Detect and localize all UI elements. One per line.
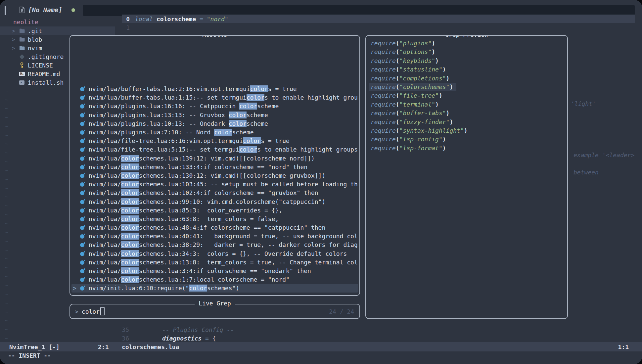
preview-line: require("lsp-format") (369, 144, 449, 153)
lua-file-icon (80, 113, 85, 117)
tree-item-label: .gitignore (28, 53, 64, 60)
result-row[interactable]: nvim/lua/plugins.lua:16:16: -- Catppucci… (71, 102, 358, 111)
result-row[interactable]: nvim/lua/colorschemes.lua:130:12: vim.cm… (71, 171, 358, 180)
neovim-window: [No Name] 0 local colorscheme = "nord" 1… (0, 0, 642, 364)
result-row[interactable]: >nvim/init.lua:6:10:require("colorscheme… (71, 284, 358, 293)
result-row[interactable]: nvim/lua/colorschemes.lua:13:8: term_col… (71, 258, 358, 266)
match-highlight: color (121, 259, 139, 266)
folder-icon (18, 46, 26, 50)
code-text: local colorscheme = "nord" (135, 16, 228, 23)
results-panel: Results nvim/lua/buffer-tabs.lua:2:16:vi… (69, 35, 360, 296)
statusbar-buffer-name: NvimTree_1 [-] (9, 343, 60, 350)
preview-line: require("lsp-config") (369, 135, 449, 144)
line-number: 1 (122, 24, 130, 31)
line-number: 35 (109, 326, 129, 333)
match-highlight: color (121, 250, 139, 257)
lua-file-icon (80, 190, 85, 195)
match-highlight: color (121, 181, 139, 188)
result-row[interactable]: nvim/lua/plugins.lua:13:13: -- Gruvbox c… (71, 111, 358, 119)
result-row[interactable]: nvim/lua/colorschemes.lua:102:4:if color… (71, 189, 358, 197)
mode-indicator: -- INSERT -- (8, 352, 51, 359)
tree-item-label: nvim (28, 45, 42, 52)
lua-file-icon (80, 268, 85, 273)
preview-line: require("completions") (369, 74, 453, 83)
text-cursor (100, 307, 105, 315)
background-buffer-text: between (573, 169, 599, 176)
lua-file-icon (80, 234, 85, 239)
background-code-line: 35-- Plugins Config -- (0, 325, 642, 334)
result-row[interactable]: nvim/lua/colorschemes.lua:40:41: backgro… (71, 232, 358, 241)
lua-file-icon (80, 86, 85, 91)
terminal-icon: >_ (18, 80, 26, 85)
result-row[interactable]: nvim/lua/colorschemes.lua:38:29: darker … (71, 241, 358, 249)
key-icon (18, 62, 26, 68)
result-row[interactable]: nvim/lua/buffer-tabs.lua:2:16:vim.opt.te… (71, 85, 358, 93)
preview-line: require("statusline") (369, 65, 449, 74)
match-highlight: color (229, 112, 247, 118)
code-text: diagnostics = { (162, 335, 216, 342)
result-row[interactable]: nvim/lua/colorschemes.lua:1:7:local colo… (71, 275, 358, 284)
result-row[interactable]: nvim/lua/colorschemes.lua:133:4:if color… (71, 162, 358, 171)
match-highlight: color (247, 94, 264, 101)
lua-file-icon (80, 199, 85, 204)
result-row[interactable]: nvim/lua/colorschemes.lua:63:8: term_col… (71, 214, 358, 223)
grep-preview-panel: Grep Preview require("plugins")require("… (365, 35, 568, 319)
lua-file-icon (80, 286, 85, 291)
lua-file-icon (80, 156, 85, 161)
match-highlight: color (121, 172, 139, 179)
result-row[interactable]: nvim/lua/colorschemes.lua:3:4:if colorsc… (71, 266, 358, 275)
result-row[interactable]: nvim/lua/colorschemes.lua:34:3: colors =… (71, 249, 358, 258)
result-row[interactable]: nvim/lua/colorschemes.lua:48:4:if colors… (71, 223, 358, 232)
preview-line: require("plugins") (369, 39, 438, 48)
preview-line: require("options") (369, 48, 438, 56)
lua-file-icon (80, 277, 85, 282)
match-highlight: color (121, 207, 139, 214)
match-highlight: color (239, 103, 257, 110)
git-icon (18, 55, 26, 59)
lua-file-icon (80, 104, 85, 109)
match-highlight: color (250, 85, 268, 92)
result-row[interactable]: nvim/lua/colorschemes.lua:85:3: color_ov… (71, 206, 358, 214)
background-code-line: 36diagnostics = { (0, 334, 642, 342)
preview-line: require("file-tree") (369, 91, 446, 100)
markdown-icon: M↓ (18, 72, 26, 76)
live-grep-panel-title: Live Grep (195, 300, 235, 307)
result-row[interactable]: nvim/lua/colorschemes.lua:103:45: -- set… (71, 180, 358, 189)
statusbar-file-name: colorschemes.lua (122, 343, 179, 350)
tab-title: [No Name] (28, 6, 62, 14)
tree-item--git[interactable]: >.git (0, 26, 115, 35)
background-buffer-text: example '<leader> (573, 152, 634, 159)
tree-item-label: blob (28, 36, 42, 43)
statusbar-cursor-position: 1:1 (618, 343, 629, 350)
search-input[interactable]: color (82, 308, 100, 315)
editor-cursor-line[interactable]: 0 local colorscheme = "nord" (122, 15, 635, 23)
lua-file-icon (80, 208, 85, 213)
result-row[interactable]: nvim/lua/plugins.lua:10:13: -- Onedark c… (71, 119, 358, 128)
line-number: 36 (109, 335, 129, 342)
result-row[interactable]: nvim/lua/plugins.lua:7:10: -- Nord color… (71, 128, 358, 136)
match-highlight: color (121, 224, 139, 231)
screen: [No Name] 0 local colorscheme = "nord" 1… (0, 0, 642, 364)
result-row[interactable]: nvim/lua/file-tree.lua:5:15:-- set termg… (71, 145, 358, 154)
preview-line: require("buffer-tabs") (369, 109, 453, 117)
tree-item-label: .git (28, 27, 42, 34)
grep-preview-panel-title: Grep Preview (441, 35, 492, 38)
buffer-tab[interactable]: [No Name] (19, 5, 75, 15)
tree-root-label: neolite (0, 18, 115, 26)
lua-file-icon (80, 182, 85, 187)
folder-icon (18, 28, 26, 33)
match-highlight: color (121, 276, 139, 283)
editor-line[interactable]: 1 (122, 23, 635, 32)
results-panel-title: Results (198, 35, 231, 38)
result-row[interactable]: nvim/lua/colorschemes.lua:139:12: vim.cm… (71, 154, 358, 162)
result-row[interactable]: nvim/lua/file-tree.lua:6:16:vim.opt.term… (71, 137, 358, 145)
folder-icon (18, 37, 26, 42)
results-counter: 24 / 24 (329, 308, 354, 315)
lua-file-icon (80, 147, 85, 152)
preview-code: require("plugins")require("options")requ… (369, 39, 565, 153)
preview-line: require("terminal") (369, 100, 442, 109)
preview-line: require("fuzzy-finder") (369, 118, 456, 126)
result-row[interactable]: nvim/lua/colorschemes.lua:99:10: vim.cmd… (71, 197, 358, 206)
match-highlight: color (121, 233, 139, 240)
result-row[interactable]: nvim/lua/buffer-tabs.lua:1:15:-- set ter… (71, 93, 358, 102)
